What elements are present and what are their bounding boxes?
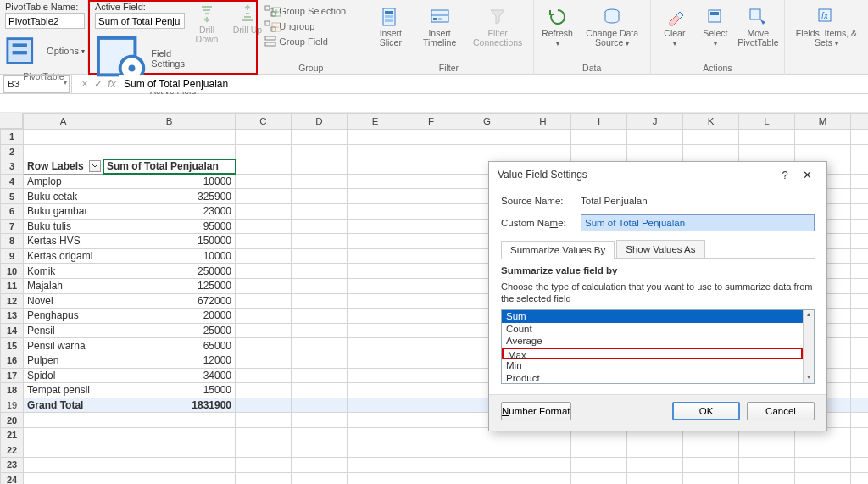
help-button[interactable]: ? [774,169,796,181]
cell[interactable] [403,353,459,368]
cell[interactable] [348,398,403,413]
cell[interactable] [236,293,292,309]
cell[interactable] [236,383,292,398]
cell[interactable] [515,472,571,484]
cell[interactable] [851,472,869,484]
cell[interactable] [348,383,403,398]
cell[interactable] [348,413,403,428]
row-header[interactable]: 2 [1,144,24,159]
cell[interactable] [24,472,103,484]
cell[interactable] [627,130,683,145]
cell[interactable] [292,144,348,159]
cell[interactable]: 250000 [103,264,236,279]
cell[interactable] [795,130,851,145]
fx-icon[interactable]: fx [105,78,119,90]
cell[interactable] [795,458,851,473]
cell[interactable] [236,472,292,484]
cell[interactable]: 150000 [103,234,236,249]
cell[interactable]: 10000 [103,174,236,189]
row-header[interactable]: 15 [1,338,24,353]
cell[interactable]: Spidol [24,368,103,383]
cell[interactable] [851,144,869,159]
cell[interactable] [851,278,869,293]
cell[interactable] [236,427,292,442]
cell[interactable] [515,442,571,458]
cell[interactable]: Majalah [24,278,103,293]
row-header[interactable]: 18 [1,383,24,398]
cell[interactable]: 10000 [103,248,236,264]
cell[interactable] [403,174,459,189]
col-header[interactable]: L [739,114,795,130]
ok-button[interactable]: OK [672,402,740,420]
cell[interactable] [403,383,459,398]
cell[interactable] [739,130,795,145]
cell[interactable] [24,442,103,458]
col-header[interactable]: J [627,114,683,130]
col-header[interactable]: G [459,114,515,130]
col-header[interactable]: K [683,114,739,130]
cell[interactable] [459,144,515,159]
cell[interactable] [236,234,292,249]
cell[interactable] [103,472,236,484]
cell[interactable] [851,159,869,175]
cell[interactable] [348,323,403,338]
cell[interactable] [236,309,292,324]
cell[interactable] [236,323,292,338]
cell[interactable] [739,442,795,458]
cell[interactable] [851,234,869,249]
cell[interactable] [348,278,403,293]
cell[interactable] [236,278,292,293]
row-header[interactable]: 4 [1,174,24,189]
cell[interactable] [403,458,459,473]
cell[interactable] [103,442,236,458]
row-header[interactable]: 17 [1,368,24,383]
pivottable-name-input[interactable] [5,13,85,29]
cell[interactable] [851,383,869,398]
list-item[interactable]: Sum [502,310,803,323]
col-header[interactable]: A [24,114,103,130]
cell[interactable] [348,130,403,145]
col-header[interactable]: E [348,114,403,130]
cell[interactable]: Kertas origami [24,248,103,264]
cell[interactable] [403,338,459,353]
cell[interactable] [403,309,459,324]
cell[interactable] [292,368,348,383]
cell[interactable] [236,174,292,189]
row-header[interactable]: 24 [1,472,24,484]
clear-button[interactable]: Clear▾ [656,5,693,50]
cell[interactable] [795,472,851,484]
cancel-formula-icon[interactable]: × [78,78,92,90]
list-item[interactable]: Count [502,323,803,336]
cell[interactable] [292,472,348,484]
cell[interactable] [571,458,627,473]
col-header[interactable]: I [571,114,627,130]
cell[interactable] [403,427,459,442]
cell[interactable] [236,219,292,234]
col-header[interactable]: F [403,114,459,130]
row-header[interactable]: 1 [1,130,24,145]
cell[interactable] [292,159,348,175]
cell[interactable] [683,472,739,484]
cell[interactable] [683,130,739,145]
cell[interactable] [292,219,348,234]
cell[interactable] [103,427,236,442]
cell[interactable] [403,203,459,219]
cell[interactable] [851,442,869,458]
list-item[interactable]: Max [502,348,803,360]
col-header[interactable]: H [515,114,571,130]
cell[interactable] [236,130,292,145]
cell[interactable] [348,144,403,159]
drill-down-button[interactable]: Drill Down [188,2,225,46]
cell[interactable] [348,189,403,204]
cell[interactable] [24,130,103,145]
cell[interactable] [515,144,571,159]
cell[interactable] [24,458,103,473]
cell[interactable] [851,398,869,413]
cell[interactable]: Kertas HVS [24,234,103,249]
cell[interactable]: 15000 [103,383,236,398]
row-header[interactable]: 19 [1,398,24,413]
col-header[interactable]: B [103,114,236,130]
filter-dropdown-icon[interactable] [89,160,101,172]
cell[interactable] [236,338,292,353]
row-header[interactable]: 5 [1,189,24,204]
